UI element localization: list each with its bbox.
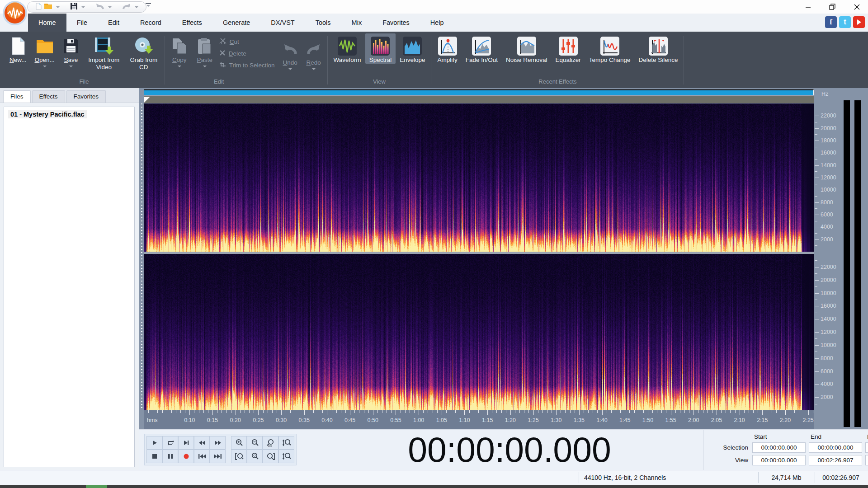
panel-tab-favorites[interactable]: Favorites: [66, 90, 106, 103]
zoom-vertical-out-button[interactable]: [278, 450, 294, 463]
view-start-field[interactable]: 00:00:00.000: [752, 455, 806, 465]
tab-file[interactable]: File: [66, 14, 98, 32]
panel-tab-effects[interactable]: Effects: [32, 90, 65, 103]
grab-from-cd-button[interactable]: Grab from CD: [125, 33, 163, 71]
new-button[interactable]: New...: [5, 33, 31, 64]
undo-dropdown-caret[interactable]: [108, 6, 112, 8]
open-button[interactable]: Open...: [31, 33, 59, 67]
time-ruler[interactable]: hms 0:100:150:200:250:300:350:400:450:50…: [144, 410, 817, 429]
freq-tick: [815, 273, 817, 274]
tab-generate[interactable]: Generate: [212, 14, 260, 32]
twitter-icon[interactable]: t: [839, 16, 851, 28]
tab-favorites[interactable]: Favorites: [372, 14, 420, 32]
redo-button[interactable]: Redo: [302, 36, 326, 70]
loop-button[interactable]: [162, 436, 178, 450]
freq-tick-label: 18000: [821, 290, 836, 296]
zoom-in-button[interactable]: [231, 436, 247, 450]
close-button[interactable]: [850, 1, 863, 12]
freq-tick: [815, 110, 817, 110]
trim-to-selection-button[interactable]: Trim to Selection: [219, 61, 275, 69]
zoom-selection-start-button[interactable]: [231, 450, 247, 463]
stop-button[interactable]: [146, 450, 162, 463]
time-tick: [345, 410, 346, 413]
tempo-change-button[interactable]: Tempo Change: [585, 33, 635, 64]
open-dropdown-caret[interactable]: [56, 6, 60, 8]
file-list-item[interactable]: 01 - Mystery Pacific.flac: [8, 110, 87, 118]
view-length-field[interactable]: 00:02:26.907: [865, 455, 868, 465]
time-tick: [519, 410, 520, 413]
play-button[interactable]: [146, 436, 162, 450]
undo-button[interactable]: Undo: [278, 36, 302, 70]
undo-arrow-icon[interactable]: [95, 3, 104, 11]
delete-silence-button[interactable]: Delete Silence: [634, 33, 682, 64]
save-floppy-icon[interactable]: [70, 2, 78, 12]
save-button[interactable]: Save: [59, 33, 83, 67]
import-from-video-button[interactable]: Import from Video: [83, 33, 125, 71]
equalizer-button[interactable]: Equalizer: [552, 33, 585, 64]
noise-removal-button[interactable]: Noise Removal: [502, 33, 552, 64]
freq-tick-label: 12000: [821, 174, 836, 181]
freq-tick: [815, 300, 817, 300]
go-to-end-button[interactable]: [210, 450, 226, 463]
go-to-start-button[interactable]: [194, 450, 210, 463]
envelope-view-button[interactable]: Envelope: [396, 33, 429, 64]
play-to-end-button[interactable]: [178, 436, 194, 450]
time-tick: [148, 410, 149, 413]
tab-effects[interactable]: Effects: [172, 14, 212, 32]
tab-edit[interactable]: Edit: [98, 14, 130, 32]
taskbar-edge-highlight: [86, 485, 107, 488]
app-logo[interactable]: [2, 0, 28, 26]
redo-dropdown-caret[interactable]: [135, 6, 138, 8]
youtube-icon[interactable]: [853, 16, 865, 28]
record-button[interactable]: [178, 450, 194, 463]
tab-tools[interactable]: Tools: [305, 14, 341, 32]
minimize-button[interactable]: [801, 1, 815, 12]
time-tick: [309, 410, 309, 413]
zoom-out-button[interactable]: [247, 436, 263, 450]
waveform-view-button[interactable]: Waveform: [330, 33, 365, 64]
zoom-selection-button[interactable]: [247, 450, 263, 463]
rewind-button[interactable]: [194, 436, 210, 450]
panel-tab-files[interactable]: Files: [3, 90, 31, 103]
spectral-view-button[interactable]: Spectral: [365, 33, 396, 64]
spectrogram-channel-2[interactable]: [144, 254, 814, 410]
selection-start-field[interactable]: 00:00:00.000: [752, 442, 806, 453]
playhead-marker[interactable]: [144, 97, 150, 103]
save-dropdown-caret[interactable]: [81, 6, 85, 8]
amplify-button[interactable]: Amplify: [433, 33, 461, 64]
time-tick: [464, 410, 465, 415]
tab-help[interactable]: Help: [420, 14, 454, 32]
fade-in-out-button[interactable]: Fade In/Out: [462, 33, 502, 64]
restore-button[interactable]: [826, 1, 839, 12]
delete-silence-icon: [649, 36, 668, 56]
forward-button[interactable]: [210, 436, 226, 450]
tab-dxvst[interactable]: DX/VST: [260, 14, 305, 32]
overview-scrollbar[interactable]: [144, 89, 814, 95]
file-list[interactable]: 01 - Mystery Pacific.flac: [4, 107, 135, 467]
time-tick: [258, 410, 259, 415]
new-file-icon[interactable]: [36, 3, 42, 12]
facebook-icon[interactable]: f: [825, 16, 837, 28]
open-folder-icon[interactable]: [44, 3, 52, 11]
time-tick-label: 1:15: [482, 417, 493, 423]
spectrogram-channel-1[interactable]: [144, 103, 814, 252]
tab-home[interactable]: Home: [28, 14, 66, 32]
zoom-100-button[interactable]: 100: [263, 436, 278, 450]
delete-button[interactable]: Delete: [219, 50, 275, 57]
tab-mix[interactable]: Mix: [341, 14, 373, 32]
selection-length-field[interactable]: 00:00:00.000: [865, 442, 868, 453]
time-tick: [625, 410, 625, 415]
customize-toolbar-button[interactable]: [146, 3, 151, 7]
paste-button[interactable]: Paste: [192, 33, 217, 67]
copy-button[interactable]: Copy: [167, 33, 192, 67]
pause-button[interactable]: [162, 450, 178, 463]
menu-tabs: Home File Edit Record Effects Generate D…: [28, 14, 454, 32]
redo-arrow-icon[interactable]: [122, 3, 131, 11]
tab-record[interactable]: Record: [130, 14, 172, 32]
marker-strip[interactable]: [144, 96, 814, 103]
zoom-vertical-in-button[interactable]: [278, 436, 294, 450]
selection-end-field[interactable]: 00:00:00.000: [809, 442, 862, 453]
view-end-field[interactable]: 00:02:26.907: [809, 455, 862, 465]
zoom-selection-end-button[interactable]: [263, 450, 278, 463]
cut-button[interactable]: Cut: [219, 38, 275, 46]
